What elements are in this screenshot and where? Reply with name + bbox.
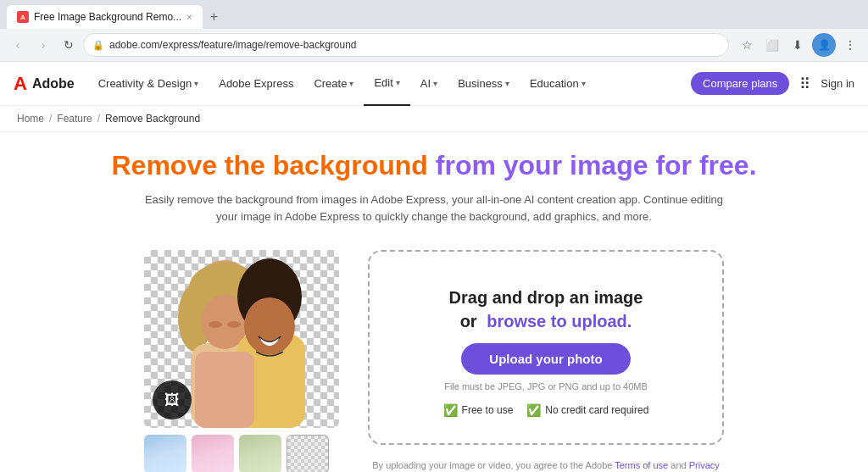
terms-of-use-link[interactable]: Terms of use — [615, 460, 668, 470]
svg-point-5 — [209, 321, 222, 328]
chevron-ai-icon: ▾ — [433, 79, 437, 88]
upload-badges: ✅ Free to use ✅ No credit card required — [443, 403, 649, 417]
chevron-education-icon: ▾ — [581, 79, 586, 88]
website: A Adobe Creativity & Design ▾ Adobe Expr… — [0, 62, 868, 472]
breadcrumb: Home / Feature / Remove Background — [0, 106, 868, 132]
nav-item-create[interactable]: Create ▾ — [303, 62, 364, 106]
breadcrumb-home[interactable]: Home — [17, 113, 44, 125]
nav-items: Creativity & Design ▾ Adobe Express Crea… — [88, 62, 691, 106]
upload-photo-button[interactable]: Upload your photo — [461, 343, 631, 375]
upload-footer: By uploading your image or video, you ag… — [368, 453, 724, 472]
menu-button[interactable]: ⋮ — [839, 34, 861, 56]
preview-thumbnails — [144, 435, 348, 472]
badge-free-label: Free to use — [462, 404, 514, 416]
nav-label-edit: Edit — [374, 76, 392, 89]
back-button[interactable]: ‹ — [7, 34, 29, 56]
extensions-button[interactable]: ⬜ — [761, 34, 783, 56]
browser-chrome: A Free Image Background Remo... × + ‹ › … — [0, 0, 868, 62]
upload-dropzone[interactable]: Drag and drop an image or browse to uplo… — [368, 250, 724, 445]
upload-drag-title: Drag and drop an image — [449, 286, 643, 308]
nav-item-education[interactable]: Education ▾ — [520, 62, 596, 106]
thumbnail-3[interactable] — [239, 435, 281, 472]
nav-item-edit[interactable]: Edit ▾ — [364, 62, 409, 106]
thumbnail-4[interactable] — [287, 435, 329, 472]
chevron-business-icon: ▾ — [505, 79, 509, 88]
nav-label-education: Education — [530, 77, 579, 90]
image-icon: 🖼 — [164, 391, 180, 409]
chevron-edit-icon: ▾ — [396, 78, 400, 87]
thumbnail-2[interactable] — [192, 435, 234, 472]
nav-item-business[interactable]: Business ▾ — [448, 62, 520, 106]
image-preview-section: 🖼 — [144, 250, 348, 472]
hero-title-purple: from your image for free. — [428, 150, 757, 180]
breadcrumb-current: Remove Background — [105, 113, 200, 125]
nav-label-ai: AI — [420, 77, 431, 90]
tab-favicon: A — [17, 11, 29, 23]
upload-footer-and: and — [670, 460, 686, 470]
upload-browse-row: or browse to upload. — [460, 312, 632, 331]
lock-icon: 🔒 — [92, 40, 104, 51]
browser-tab-active[interactable]: A Free Image Background Remo... × — [7, 5, 203, 29]
tab-title: Free Image Background Remo... — [34, 11, 181, 23]
thumbnail-1[interactable] — [144, 435, 186, 472]
chevron-create-icon: ▾ — [349, 79, 353, 88]
check-icon-free: ✅ — [443, 403, 458, 417]
url-text: adobe.com/express/feature/image/remove-b… — [109, 39, 720, 51]
svg-point-6 — [227, 321, 241, 328]
nav-item-creativity[interactable]: Creativity & Design ▾ — [88, 62, 209, 106]
nav-label-create: Create — [314, 77, 347, 90]
browser-tabs: A Free Image Background Remo... × + — [0, 0, 868, 29]
nav-item-express[interactable]: Adobe Express — [209, 62, 303, 106]
signin-button[interactable]: Sign in — [821, 77, 854, 90]
nav-label-creativity: Creativity & Design — [98, 77, 192, 90]
hero-title-orange: Remove the background — [111, 150, 427, 180]
adobe-logo-icon: A — [14, 73, 27, 95]
download-button[interactable]: ⬇ — [787, 34, 809, 56]
upload-browse-link[interactable]: browse to upload. — [487, 312, 632, 330]
new-tab-button[interactable]: + — [203, 5, 226, 29]
browser-actions: ☆ ⬜ ⬇ 👤 ⋮ — [736, 33, 861, 57]
upload-footer-text: By uploading your image or video, you ag… — [372, 460, 612, 470]
breadcrumb-sep-1: / — [49, 113, 52, 125]
top-nav: A Adobe Creativity & Design ▾ Adobe Expr… — [0, 62, 868, 106]
main-content: 🖼 Drag and drop an image or browse to up… — [0, 250, 868, 472]
nav-label-express: Adobe Express — [219, 77, 293, 90]
upload-or-text: or — [460, 312, 477, 330]
adobe-logo-text: Adobe — [32, 76, 75, 92]
nav-label-business: Business — [458, 77, 503, 90]
nav-item-ai[interactable]: AI ▾ — [410, 62, 448, 106]
apps-grid-icon[interactable]: ⠿ — [796, 71, 814, 97]
reload-button[interactable]: ↻ — [58, 34, 80, 56]
profile-avatar[interactable]: 👤 — [812, 33, 836, 57]
address-bar[interactable]: 🔒 adobe.com/express/feature/image/remove… — [83, 33, 729, 57]
breadcrumb-sep-2: / — [97, 113, 100, 125]
image-preview-main: 🖼 — [144, 250, 339, 428]
upload-file-info: File must be JPEG, JPG or PNG and up to … — [444, 381, 648, 391]
nav-right: Compare plans ⠿ Sign in — [691, 71, 854, 97]
bookmark-button[interactable]: ☆ — [736, 34, 758, 56]
breadcrumb-feature[interactable]: Feature — [57, 113, 92, 125]
upload-section: Drag and drop an image or browse to uplo… — [368, 250, 724, 472]
badge-no-credit-card: ✅ No credit card required — [526, 403, 648, 417]
svg-point-9 — [244, 297, 295, 355]
compare-plans-button[interactable]: Compare plans — [691, 72, 789, 95]
adobe-logo[interactable]: A Adobe — [14, 73, 75, 95]
badge-credit-label: No credit card required — [545, 404, 648, 416]
badge-free-to-use: ✅ Free to use — [443, 403, 514, 417]
hero-subtitle: Easily remove the background from images… — [137, 192, 731, 225]
hero-title: Remove the background from your image fo… — [34, 149, 834, 181]
tab-close-button[interactable]: × — [186, 12, 192, 22]
hero-section: Remove the background from your image fo… — [0, 132, 868, 250]
forward-button[interactable]: › — [32, 34, 54, 56]
browser-controls: ‹ › ↻ 🔒 adobe.com/express/feature/image/… — [0, 29, 868, 61]
check-icon-credit: ✅ — [526, 403, 541, 417]
chevron-creativity-icon: ▾ — [194, 79, 198, 88]
svg-rect-11 — [195, 352, 254, 428]
